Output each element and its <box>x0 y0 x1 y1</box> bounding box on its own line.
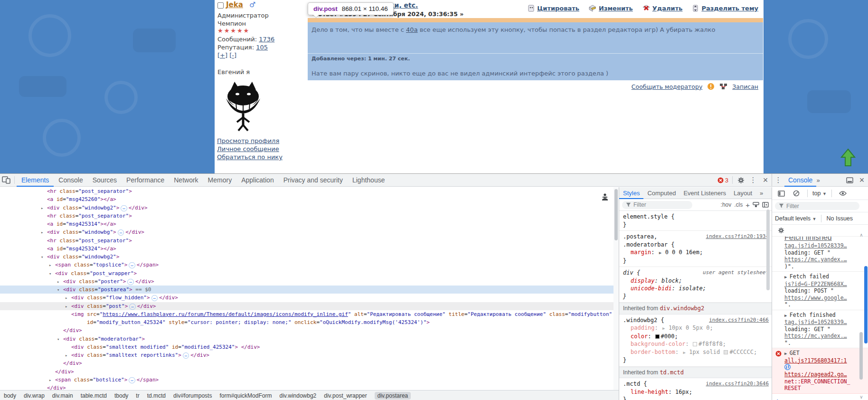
breadcrumb-item[interactable]: body <box>4 392 16 399</box>
console-link[interactable]: all.js?1756803417:1 <box>784 357 847 364</box>
tree-row[interactable]: <a id="msg425314"></a> <box>0 220 613 228</box>
styles-tab-event-listeners[interactable]: Event Listeners <box>679 187 730 199</box>
console-error-message[interactable]: GETall.js?1756803417:1https://pagead2.go… <box>772 348 868 394</box>
tab-application[interactable]: Application <box>236 174 279 187</box>
expand-ellipsis-button[interactable]: … <box>127 279 133 285</box>
console-scrollbar[interactable]: ∧ ∨ <box>858 232 865 400</box>
twisty-right-icon[interactable]: ▸ <box>41 229 47 237</box>
tree-row[interactable]: ▸<div class="windowbg2">…</div> <box>0 204 613 212</box>
scrollbar-thumb[interactable] <box>859 332 863 380</box>
console-link[interactable]: https://www.google… <box>784 295 847 301</box>
close-devtools-icon[interactable]: × <box>759 174 772 186</box>
drawer-more-options-icon[interactable]: ⋮ <box>772 174 784 186</box>
tree-row[interactable]: <div class="smalltext modified" id="modi… <box>0 343 613 351</box>
color-swatch[interactable] <box>693 342 697 346</box>
tab-privacy-and-security[interactable]: Privacy and security <box>279 174 348 187</box>
accessibility-person-icon[interactable] <box>601 193 609 201</box>
tab-console[interactable]: Console <box>784 174 816 187</box>
tree-row[interactable]: <hr class="post_separator"> <box>0 187 613 195</box>
tree-row[interactable]: ▸<div class="flow_hidden">…</div> <box>0 294 613 302</box>
tab-lighthouse[interactable]: Lighthouse <box>348 174 390 187</box>
toggle-device-toolbar-icon[interactable] <box>0 174 12 186</box>
css-property[interactable]: background-color: #f8f8f8; <box>623 340 769 348</box>
more-tabs-icon[interactable]: » <box>816 177 819 184</box>
scrollbar-thumb[interactable] <box>614 189 618 240</box>
expand-ellipsis-button[interactable]: … <box>129 304 135 310</box>
poster-name-link[interactable]: Jeka <box>226 0 243 9</box>
profile-link[interactable]: Обратиться по нику <box>217 153 283 161</box>
action-delete[interactable]: Удалить <box>642 5 683 12</box>
styles-scrollbar[interactable] <box>766 200 770 400</box>
js-context-selector[interactable]: top ▼ <box>812 190 827 197</box>
rendering-emulation-icon[interactable] <box>753 202 759 208</box>
console-link[interactable]: js?id=G-EP2ZEN668X… <box>784 281 847 287</box>
console-link-row[interactable]: https://pagead2.go… <box>784 371 861 378</box>
css-property[interactable]: padding: ▶ 10px 0 5px 0; <box>623 324 769 333</box>
settings-gear-icon[interactable] <box>735 174 747 186</box>
console-filter-input[interactable]: Filter <box>775 202 859 210</box>
tree-row[interactable]: </div> <box>0 384 613 390</box>
new-style-rule-icon[interactable]: + <box>745 201 750 209</box>
tab-network[interactable]: Network <box>169 174 203 187</box>
twisty-down-icon[interactable]: ▾ <box>57 335 63 343</box>
rep-minus-link[interactable]: [-] <box>229 52 236 59</box>
console-link-row[interactable]: js?id=G-EP2ZEN668X… <box>784 281 861 288</box>
expand-ellipsis-button[interactable]: … <box>129 262 135 268</box>
profile-link[interactable]: Просмотр профиля <box>217 137 279 144</box>
styles-tab-computed[interactable]: Computed <box>643 187 679 199</box>
twisty-right-icon[interactable]: ▸ <box>57 278 63 286</box>
css-property[interactable]: line-height: 16px; <box>623 388 769 396</box>
tree-row[interactable]: <a id="msg425324"></a> <box>0 245 613 253</box>
breadcrumb-item[interactable]: div#forumposts <box>173 392 212 399</box>
tree-row[interactable]: ▸<span class="topslice">…</span> <box>0 261 613 269</box>
tab-elements[interactable]: Elements <box>17 174 54 187</box>
css-property[interactable]: margin: ▶ 0 0 0 16em; <box>623 248 769 257</box>
scroll-down-icon[interactable]: ∨ <box>858 394 865 400</box>
breadcrumb-item[interactable]: div.postarea <box>375 392 411 400</box>
shorthand-expand-icon[interactable]: ▶ <box>683 350 688 355</box>
twisty-down-icon[interactable]: ▾ <box>41 253 47 261</box>
profile-link[interactable]: Личное сообщение <box>217 145 279 152</box>
dock-to-bottom-icon[interactable] <box>843 174 856 186</box>
tree-row[interactable]: ▸<div class="smalltext reportlinks">…</d… <box>0 351 613 359</box>
color-swatch[interactable] <box>724 350 728 354</box>
console-link-row[interactable]: tag.js?id=10528339… <box>784 319 861 326</box>
console-link-row[interactable]: https://www.google… <box>784 295 861 302</box>
rule-selector[interactable]: .windowbg2 {index.css?fin20:466 <box>623 316 769 324</box>
console-link-row[interactable]: all.js?1756803417:1 <box>784 357 861 364</box>
tree-row[interactable]: </div> <box>0 368 613 376</box>
styles-more-tabs-icon[interactable]: » <box>756 187 767 199</box>
color-swatch[interactable] <box>655 334 660 339</box>
console-message[interactable]: Fetch finishedtag.js?id=10528339…loading… <box>772 310 868 349</box>
console-link[interactable]: https://mc.yandex.… <box>784 333 847 339</box>
console-link[interactable]: tag.js?id=10528339… <box>784 242 847 249</box>
expand-ellipsis-button[interactable]: … <box>183 352 189 359</box>
toggle-hover-state-button[interactable]: :hov <box>721 201 732 208</box>
rule-selector[interactable]: .moderatorbar { <box>623 241 769 249</box>
breadcrumb-item[interactable]: table.mctd <box>81 392 107 399</box>
live-expression-eye-icon[interactable] <box>837 187 849 200</box>
rule-selector[interactable]: element.style { <box>623 213 769 221</box>
tree-row[interactable]: ▸<div class="windowbg">…</div> <box>0 228 613 236</box>
reputation-link[interactable]: 105 <box>256 44 268 51</box>
toggle-classes-button[interactable]: .cls <box>734 201 743 208</box>
tree-row[interactable]: <a id="msg425260"></a> <box>0 195 613 203</box>
tree-row[interactable]: ▾<div class="moderatorbar"> <box>0 335 613 343</box>
tree-row[interactable]: ▸<div class="poster">…</div> <box>0 277 613 286</box>
request-initiator-icon[interactable] <box>784 364 861 370</box>
console-link-row[interactable]: https://mc.yandex.… <box>784 333 861 340</box>
clear-console-icon[interactable] <box>790 187 802 200</box>
page-scrollbar-thumb[interactable] <box>864 266 868 343</box>
more-options-icon[interactable]: ⋮ <box>747 174 759 186</box>
tree-row[interactable]: <hr class="post_separator"> <box>0 212 613 220</box>
breadcrumb-item[interactable]: td.mctd <box>147 392 166 399</box>
css-property[interactable]: color: #000; <box>623 333 769 341</box>
css-property[interactable]: unicode-bidi: isolate; <box>623 285 769 293</box>
expand-ellipsis-button[interactable]: … <box>151 295 158 301</box>
expand-ellipsis-button[interactable]: … <box>118 229 124 236</box>
css-property[interactable]: display: block; <box>623 277 769 285</box>
twisty-right-icon[interactable]: ▸ <box>65 303 71 311</box>
stylesheet-link[interactable]: index.css?fin20:1934 <box>706 233 769 241</box>
twisty-right-icon[interactable]: ▸ <box>65 352 71 360</box>
log-levels-dropdown[interactable]: Default levels ▼ <box>775 215 816 222</box>
